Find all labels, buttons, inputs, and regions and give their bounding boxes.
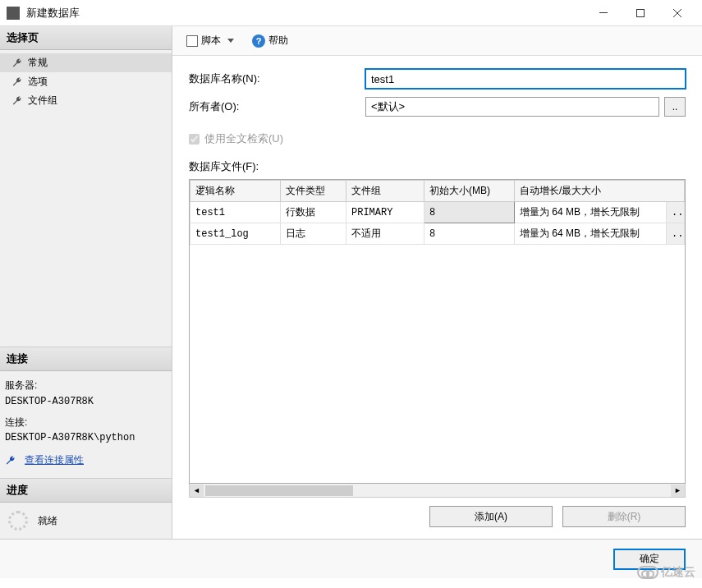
progress-header: 进度	[0, 479, 172, 503]
maximize-button[interactable]	[622, 1, 658, 25]
sidebar-item-label: 文件组	[28, 94, 57, 108]
table-row[interactable]: test1 行数据 PRIMARY 8 增量为 64 MB，增长无限制 ..	[190, 202, 685, 223]
view-connection-props-link[interactable]: 查看连接属性	[5, 452, 84, 468]
app-icon	[7, 7, 20, 20]
scroll-thumb[interactable]	[205, 485, 353, 496]
connection-value: DESKTOP-A307R8K\python	[5, 430, 167, 446]
script-button[interactable]: 脚本	[181, 30, 240, 52]
svg-rect-0	[599, 12, 608, 13]
wrench-icon	[11, 57, 23, 69]
horizontal-scrollbar[interactable]: ◄ ►	[189, 484, 686, 498]
window-title: 新建数据库	[26, 6, 585, 21]
connection-label: 连接:	[5, 415, 167, 430]
svg-rect-1	[636, 9, 644, 16]
col-file-type[interactable]: 文件类型	[281, 181, 346, 202]
dbname-input[interactable]	[365, 69, 686, 89]
wrench-icon	[11, 95, 23, 107]
select-page-header: 选择页	[0, 26, 172, 50]
connection-header: 连接	[0, 347, 172, 371]
col-autogrowth[interactable]: 自动增长/最大大小	[515, 181, 685, 202]
help-icon: ?	[252, 34, 265, 48]
sidebar-item-options[interactable]: 选项	[0, 72, 172, 91]
sidebar-item-label: 选项	[28, 75, 48, 89]
owner-browse-button[interactable]: ..	[664, 97, 686, 117]
wrench-icon	[11, 76, 23, 88]
help-button[interactable]: ? 帮助	[246, 30, 294, 52]
autogrowth-browse-button[interactable]: ..	[667, 202, 685, 223]
minimize-button[interactable]	[585, 1, 622, 25]
sidebar-item-general[interactable]: 常规	[0, 53, 172, 72]
watermark: 亿速云	[637, 565, 695, 580]
sidebar: 选择页 常规 选项 文件组 连接 服务器: DESKTOP-A307R8K 连接…	[0, 26, 172, 539]
fulltext-checkbox	[189, 134, 200, 145]
add-button[interactable]: 添加(A)	[429, 506, 553, 527]
files-label: 数据库文件(F):	[189, 159, 686, 174]
owner-label: 所有者(O):	[189, 99, 365, 114]
col-filegroup[interactable]: 文件组	[346, 181, 424, 202]
col-logical-name[interactable]: 逻辑名称	[190, 181, 281, 202]
scroll-right-icon[interactable]: ►	[671, 485, 685, 497]
progress-status: 就绪	[38, 514, 57, 528]
owner-input[interactable]	[365, 97, 659, 117]
sidebar-item-label: 常规	[28, 56, 48, 70]
fulltext-label: 使用全文检索(U)	[204, 131, 283, 146]
sidebar-item-filegroups[interactable]: 文件组	[0, 91, 172, 110]
autogrowth-browse-button[interactable]: ..	[667, 223, 685, 245]
dbname-label: 数据库名称(N):	[189, 71, 365, 86]
watermark-icon	[637, 566, 658, 579]
progress-spinner-icon	[8, 511, 28, 531]
scroll-left-icon[interactable]: ◄	[190, 485, 204, 497]
script-icon	[186, 35, 198, 47]
col-initial-size[interactable]: 初始大小(MB)	[424, 181, 515, 202]
remove-button: 删除(R)	[562, 506, 686, 527]
server-value: DESKTOP-A307R8K	[5, 394, 167, 410]
server-label: 服务器:	[5, 378, 167, 393]
wrench-icon	[5, 455, 16, 466]
files-grid[interactable]: 逻辑名称 文件类型 文件组 初始大小(MB) 自动增长/最大大小 test1 行…	[189, 179, 686, 484]
table-row[interactable]: test1_log 日志 不适用 8 增量为 64 MB，增长无限制 ..	[190, 223, 685, 245]
chevron-down-icon	[227, 39, 234, 43]
close-button[interactable]	[658, 1, 695, 25]
